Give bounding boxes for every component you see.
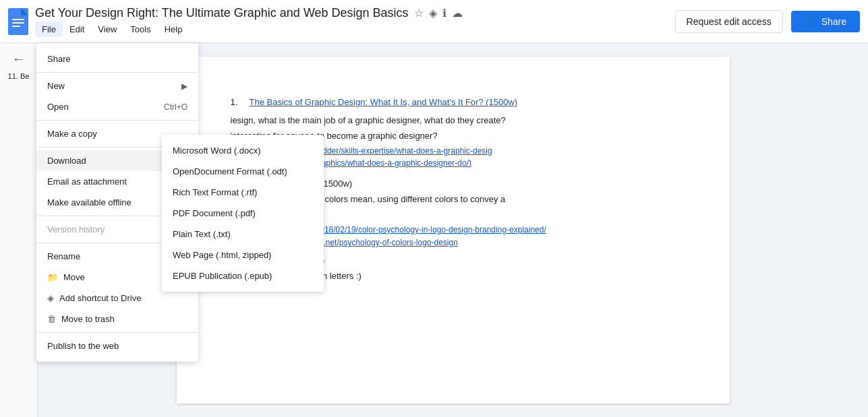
- new-item-label: New: [47, 81, 65, 91]
- top-right-actions: Request edit access 👤 Share: [675, 10, 860, 33]
- outline-item: 11. Be: [8, 72, 30, 80]
- new-item-text: New: [47, 81, 65, 91]
- publish-text: Publish to the web: [47, 341, 119, 351]
- svg-rect-4: [12, 26, 20, 27]
- trash-item-label: 🗑 Move to trash: [47, 314, 115, 324]
- download-odt[interactable]: OpenDocument Format (.odt): [162, 161, 324, 182]
- menu-bar: File Edit View Tools Help: [35, 22, 675, 37]
- email-text: Email as attachment: [47, 177, 127, 187]
- dropdown-new[interactable]: New ▶: [36, 75, 198, 96]
- download-docx[interactable]: Microsoft Word (.docx): [162, 140, 324, 161]
- download-pdf-text: PDF Document (.pdf): [173, 208, 256, 218]
- main-layout: ← 11. Be Share New ▶ Open Ctrl+O: [0, 43, 868, 417]
- download-rtf-text: Rich Text Format (.rtf): [173, 187, 257, 197]
- outline-panel: ← 11. Be: [0, 43, 38, 417]
- download-odt-text: OpenDocument Format (.odt): [173, 166, 287, 177]
- divider-2: [36, 120, 198, 121]
- shortcut-item-label: ◈ Add shortcut to Drive: [47, 293, 141, 303]
- info-icon[interactable]: ℹ: [442, 7, 446, 20]
- menu-edit[interactable]: Edit: [63, 22, 91, 37]
- open-item-label: Open: [47, 102, 69, 112]
- download-html[interactable]: Web Page (.html, zipped): [162, 245, 324, 265]
- doc-title-row: Get Your Design Right: The Ultimate Grap…: [35, 6, 675, 20]
- svg-rect-0: [8, 8, 28, 35]
- download-epub[interactable]: EPUB Publication (.epub): [162, 265, 324, 286]
- dropdown-publish[interactable]: Publish to the web: [36, 335, 198, 356]
- download-pdf[interactable]: PDF Document (.pdf): [162, 203, 324, 224]
- menu-file[interactable]: File: [35, 22, 63, 37]
- rename-text: Rename: [47, 251, 80, 261]
- download-rtf[interactable]: Rich Text Format (.rtf): [162, 182, 324, 203]
- move-item-label: 📁 Move: [47, 272, 85, 282]
- svg-rect-3: [12, 22, 24, 24]
- drive-shortcut-icon: ◈: [47, 293, 54, 303]
- dropdown-move-trash[interactable]: 🗑 Move to trash: [36, 309, 198, 329]
- move-trash-text: Move to trash: [61, 314, 115, 324]
- add-shortcut-text: Add shortcut to Drive: [59, 293, 141, 303]
- open-shortcut: Ctrl+O: [164, 102, 187, 112]
- dropdown-open[interactable]: Open Ctrl+O: [36, 96, 198, 117]
- download-html-text: Web Page (.html, zipped): [173, 250, 271, 260]
- cloud-icon[interactable]: ☁: [452, 7, 463, 20]
- app-icon: [8, 8, 28, 35]
- share-label: Share: [821, 16, 846, 27]
- download-docx-text: Microsoft Word (.docx): [173, 146, 261, 156]
- svg-rect-2: [12, 19, 24, 20]
- drive-icon[interactable]: ◈: [429, 7, 437, 20]
- download-text: Download: [47, 156, 86, 166]
- move-folder-icon: 📁: [47, 272, 58, 282]
- list-item-1-text: The Basics of Graphic Design: What It Is…: [250, 97, 518, 107]
- share-button[interactable]: 👤 Share: [791, 11, 860, 32]
- doc-title-area: Get Your Design Right: The Ultimate Grap…: [35, 6, 675, 37]
- download-txt[interactable]: Plain Text (.txt): [162, 224, 324, 245]
- divider-6: [36, 332, 198, 333]
- back-arrow-icon[interactable]: ←: [12, 51, 26, 67]
- list-num-1: 1.: [231, 97, 244, 107]
- download-txt-text: Plain Text (.txt): [173, 229, 231, 239]
- dropdown-share[interactable]: Share: [36, 49, 198, 69]
- new-arrow-icon: ▶: [181, 82, 187, 91]
- make-copy-text: Make a copy: [47, 129, 97, 139]
- menu-help[interactable]: Help: [158, 22, 190, 37]
- divider-1: [36, 72, 198, 73]
- share-item-label: Share: [47, 54, 71, 64]
- menu-view[interactable]: View: [91, 22, 123, 37]
- make-offline-text: Make available offline: [47, 197, 132, 207]
- doc-para-1: iesign, what is the main job of a graphi…: [231, 115, 676, 125]
- doc-title-text: Get Your Design Right: The Ultimate Grap…: [35, 6, 409, 20]
- download-submenu: Microsoft Word (.docx) OpenDocument Form…: [162, 135, 324, 292]
- open-item-text: Open: [47, 102, 69, 112]
- version-history-text: Version history: [47, 224, 105, 234]
- request-edit-button[interactable]: Request edit access: [675, 10, 783, 33]
- list-item: 1. The Basics of Graphic Design: What It…: [231, 97, 676, 107]
- move-text: Move: [63, 272, 85, 282]
- download-epub-text: EPUB Publication (.epub): [173, 271, 272, 281]
- menu-tools[interactable]: Tools: [123, 22, 157, 37]
- trash-icon: 🗑: [47, 314, 56, 324]
- share-item-text: Share: [47, 54, 71, 64]
- top-bar: Get Your Design Right: The Ultimate Grap…: [0, 0, 868, 43]
- share-icon: 👤: [805, 16, 816, 27]
- star-icon[interactable]: ☆: [414, 7, 424, 20]
